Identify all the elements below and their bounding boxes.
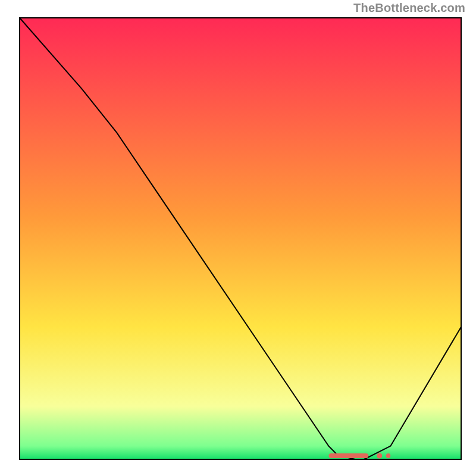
optimal-zone-segment bbox=[328, 453, 368, 458]
chart-container: TheBottleneck.com bbox=[0, 0, 476, 476]
watermark-text: TheBottleneck.com bbox=[353, 1, 465, 15]
optimal-zone-dot bbox=[377, 453, 382, 459]
optimal-zone-segment bbox=[386, 453, 390, 458]
plot-gradient-background bbox=[20, 18, 461, 459]
optimal-zone-markers bbox=[328, 453, 390, 459]
bottleneck-chart bbox=[0, 0, 476, 476]
